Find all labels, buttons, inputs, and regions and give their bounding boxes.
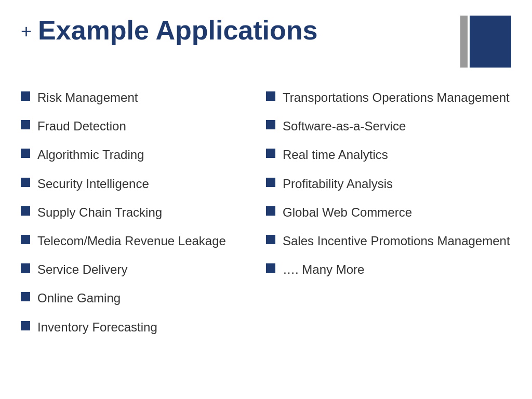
right-column: Transportations Operations Management So… bbox=[266, 83, 511, 341]
list-item: Security Intelligence bbox=[21, 169, 266, 198]
list-item: Risk Management bbox=[21, 83, 266, 112]
bullet-icon bbox=[266, 91, 275, 101]
bullet-icon bbox=[21, 235, 30, 244]
plus-icon: + bbox=[21, 22, 32, 41]
list-item: Profitability Analysis bbox=[266, 169, 511, 198]
list-item: Supply Chain Tracking bbox=[21, 198, 266, 227]
item-label: Fraud Detection bbox=[37, 118, 126, 134]
title-area: + Example Applications bbox=[21, 16, 317, 45]
bullet-icon bbox=[21, 178, 30, 187]
list-item: …. Many More bbox=[266, 255, 511, 284]
item-label: Telecom/Media Revenue Leakage bbox=[37, 233, 226, 249]
bullet-icon bbox=[21, 91, 30, 101]
left-column: Risk Management Fraud Detection Algorith… bbox=[21, 83, 266, 341]
list-item: Sales Incentive Promotions Management bbox=[266, 227, 511, 255]
bullet-icon bbox=[266, 149, 275, 158]
list-item: Online Gaming bbox=[21, 284, 266, 312]
list-item: Global Web Commerce bbox=[266, 198, 511, 227]
bullet-icon bbox=[21, 321, 30, 330]
bullet-icon bbox=[21, 120, 30, 129]
list-item: Software-as-a-Service bbox=[266, 112, 511, 140]
bullet-icon bbox=[266, 263, 275, 273]
blue-bar bbox=[470, 16, 511, 68]
list-item: Transportations Operations Management bbox=[266, 83, 511, 112]
bullet-icon bbox=[266, 178, 275, 187]
item-label: Transportations Operations Management bbox=[283, 89, 510, 105]
item-label: Service Delivery bbox=[37, 261, 127, 277]
item-label: Software-as-a-Service bbox=[283, 118, 406, 134]
corner-decoration bbox=[460, 16, 511, 68]
list-item: Inventory Forecasting bbox=[21, 313, 266, 341]
bullet-icon bbox=[266, 120, 275, 129]
item-label: Real time Analytics bbox=[283, 147, 388, 163]
item-label: …. Many More bbox=[283, 261, 364, 277]
list-item: Telecom/Media Revenue Leakage bbox=[21, 227, 266, 255]
page: + Example Applications Risk Management F… bbox=[0, 0, 532, 399]
bullet-icon bbox=[21, 263, 30, 273]
item-label: Sales Incentive Promotions Management bbox=[283, 233, 510, 249]
bullet-icon bbox=[266, 235, 275, 244]
item-label: Supply Chain Tracking bbox=[37, 204, 162, 220]
item-label: Algorithmic Trading bbox=[37, 147, 144, 163]
bullet-icon bbox=[21, 206, 30, 216]
list-item: Real time Analytics bbox=[266, 140, 511, 169]
item-label: Global Web Commerce bbox=[283, 204, 412, 220]
item-label: Security Intelligence bbox=[37, 176, 149, 192]
page-title: Example Applications bbox=[38, 16, 317, 45]
list-item: Service Delivery bbox=[21, 255, 266, 284]
header: + Example Applications bbox=[21, 16, 511, 68]
bullet-icon bbox=[21, 292, 30, 301]
list-item: Fraud Detection bbox=[21, 112, 266, 140]
content-area: Risk Management Fraud Detection Algorith… bbox=[21, 83, 511, 341]
gray-bar bbox=[460, 16, 468, 68]
bullet-icon bbox=[21, 149, 30, 158]
list-item: Algorithmic Trading bbox=[21, 140, 266, 169]
item-label: Online Gaming bbox=[37, 290, 121, 306]
item-label: Risk Management bbox=[37, 89, 138, 105]
item-label: Inventory Forecasting bbox=[37, 319, 157, 335]
item-label: Profitability Analysis bbox=[283, 176, 393, 192]
bullet-icon bbox=[266, 206, 275, 216]
